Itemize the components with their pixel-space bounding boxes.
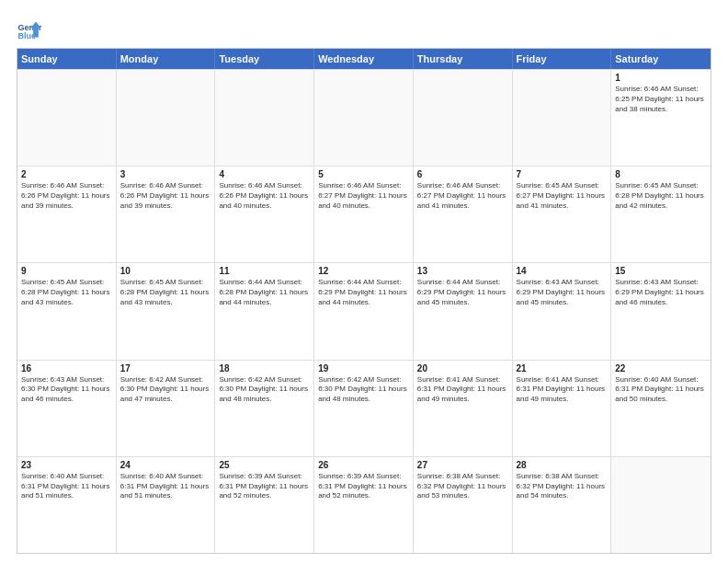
day-number: 17 xyxy=(120,363,211,373)
day-number: 13 xyxy=(417,266,508,276)
day-number: 16 xyxy=(21,363,112,373)
calendar-header-cell: Tuesday xyxy=(215,49,314,69)
calendar-row: 16Sunrise: 6:43 AM Sunset: 6:30 PM Dayli… xyxy=(17,360,711,456)
day-info: Sunrise: 6:41 AM Sunset: 6:31 PM Dayligh… xyxy=(417,375,508,405)
calendar-row: 1Sunrise: 6:46 AM Sunset: 6:25 PM Daylig… xyxy=(17,69,711,166)
day-info: Sunrise: 6:46 AM Sunset: 6:25 PM Dayligh… xyxy=(615,85,707,114)
calendar-cell: 19Sunrise: 6:42 AM Sunset: 6:30 PM Dayli… xyxy=(314,361,414,456)
day-number: 1 xyxy=(615,73,707,83)
calendar-cell: 5Sunrise: 6:46 AM Sunset: 6:27 PM Daylig… xyxy=(314,167,414,262)
header: General Blue xyxy=(17,17,711,42)
calendar-cell: 15Sunrise: 6:43 AM Sunset: 6:29 PM Dayli… xyxy=(611,263,711,359)
day-info: Sunrise: 6:46 AM Sunset: 6:27 PM Dayligh… xyxy=(417,181,508,211)
calendar-cell: 16Sunrise: 6:43 AM Sunset: 6:30 PM Dayli… xyxy=(17,361,117,456)
calendar-header-cell: Wednesday xyxy=(314,49,414,69)
calendar-body: 1Sunrise: 6:46 AM Sunset: 6:25 PM Daylig… xyxy=(17,69,711,553)
calendar-row: 2Sunrise: 6:46 AM Sunset: 6:26 PM Daylig… xyxy=(17,166,711,262)
calendar-cell: 20Sunrise: 6:41 AM Sunset: 6:31 PM Dayli… xyxy=(414,361,513,456)
day-number: 3 xyxy=(120,169,211,179)
day-number: 20 xyxy=(417,363,508,373)
logo-icon: General Blue xyxy=(17,17,42,42)
day-number: 21 xyxy=(517,363,608,373)
day-info: Sunrise: 6:45 AM Sunset: 6:28 PM Dayligh… xyxy=(21,278,112,307)
calendar-row: 9Sunrise: 6:45 AM Sunset: 6:28 PM Daylig… xyxy=(17,262,711,359)
calendar-cell: 2Sunrise: 6:46 AM Sunset: 6:26 PM Daylig… xyxy=(17,167,117,262)
day-number: 27 xyxy=(417,460,508,470)
day-number: 22 xyxy=(615,363,707,373)
day-number: 10 xyxy=(120,266,211,276)
day-number: 4 xyxy=(219,169,310,179)
day-info: Sunrise: 6:45 AM Sunset: 6:27 PM Dayligh… xyxy=(517,181,608,211)
calendar-cell: 13Sunrise: 6:44 AM Sunset: 6:29 PM Dayli… xyxy=(414,263,513,359)
day-info: Sunrise: 6:44 AM Sunset: 6:29 PM Dayligh… xyxy=(417,278,508,307)
day-info: Sunrise: 6:38 AM Sunset: 6:32 PM Dayligh… xyxy=(417,472,508,501)
day-number: 9 xyxy=(21,266,112,276)
calendar-cell: 8Sunrise: 6:45 AM Sunset: 6:28 PM Daylig… xyxy=(611,167,711,262)
day-info: Sunrise: 6:38 AM Sunset: 6:32 PM Dayligh… xyxy=(517,472,608,501)
day-info: Sunrise: 6:43 AM Sunset: 6:29 PM Dayligh… xyxy=(517,278,608,307)
day-number: 24 xyxy=(120,460,211,470)
day-number: 11 xyxy=(219,266,310,276)
calendar-cell xyxy=(17,70,117,166)
svg-text:Blue: Blue xyxy=(17,31,36,40)
day-info: Sunrise: 6:46 AM Sunset: 6:27 PM Dayligh… xyxy=(318,181,409,211)
calendar-cell: 28Sunrise: 6:38 AM Sunset: 6:32 PM Dayli… xyxy=(513,457,612,553)
calendar-cell xyxy=(513,70,612,166)
calendar-header-cell: Saturday xyxy=(611,49,711,69)
calendar-cell: 22Sunrise: 6:40 AM Sunset: 6:31 PM Dayli… xyxy=(611,361,711,456)
day-number: 26 xyxy=(318,460,409,470)
calendar-cell xyxy=(215,70,314,166)
logo: General Blue xyxy=(17,17,42,42)
day-info: Sunrise: 6:46 AM Sunset: 6:26 PM Dayligh… xyxy=(120,181,211,211)
page: General Blue SundayMondayTuesdayWednesda… xyxy=(0,0,728,563)
calendar-cell xyxy=(611,457,711,553)
calendar-cell: 24Sunrise: 6:40 AM Sunset: 6:31 PM Dayli… xyxy=(117,457,216,553)
calendar-header-cell: Sunday xyxy=(17,49,117,69)
day-number: 18 xyxy=(219,363,310,373)
day-number: 2 xyxy=(21,169,112,179)
day-info: Sunrise: 6:42 AM Sunset: 6:30 PM Dayligh… xyxy=(120,375,211,405)
calendar-cell: 11Sunrise: 6:44 AM Sunset: 6:28 PM Dayli… xyxy=(215,263,314,359)
day-number: 28 xyxy=(517,460,608,470)
day-info: Sunrise: 6:40 AM Sunset: 6:31 PM Dayligh… xyxy=(120,472,211,501)
day-info: Sunrise: 6:40 AM Sunset: 6:31 PM Dayligh… xyxy=(615,375,707,405)
calendar-cell: 21Sunrise: 6:41 AM Sunset: 6:31 PM Dayli… xyxy=(513,361,612,456)
day-number: 12 xyxy=(318,266,409,276)
day-info: Sunrise: 6:45 AM Sunset: 6:28 PM Dayligh… xyxy=(120,278,211,307)
day-number: 14 xyxy=(517,266,608,276)
calendar-cell: 10Sunrise: 6:45 AM Sunset: 6:28 PM Dayli… xyxy=(117,263,216,359)
day-number: 23 xyxy=(21,460,112,470)
day-info: Sunrise: 6:42 AM Sunset: 6:30 PM Dayligh… xyxy=(318,375,409,405)
day-info: Sunrise: 6:46 AM Sunset: 6:26 PM Dayligh… xyxy=(219,181,310,211)
day-info: Sunrise: 6:44 AM Sunset: 6:29 PM Dayligh… xyxy=(318,278,409,307)
day-info: Sunrise: 6:45 AM Sunset: 6:28 PM Dayligh… xyxy=(615,181,707,211)
day-info: Sunrise: 6:41 AM Sunset: 6:31 PM Dayligh… xyxy=(517,375,608,405)
calendar-row: 23Sunrise: 6:40 AM Sunset: 6:31 PM Dayli… xyxy=(17,456,711,553)
calendar-cell xyxy=(314,70,414,166)
calendar-cell: 3Sunrise: 6:46 AM Sunset: 6:26 PM Daylig… xyxy=(117,167,216,262)
calendar-cell: 12Sunrise: 6:44 AM Sunset: 6:29 PM Dayli… xyxy=(314,263,414,359)
calendar-cell: 6Sunrise: 6:46 AM Sunset: 6:27 PM Daylig… xyxy=(414,167,513,262)
day-number: 15 xyxy=(615,266,707,276)
calendar-cell: 7Sunrise: 6:45 AM Sunset: 6:27 PM Daylig… xyxy=(513,167,612,262)
calendar-cell: 1Sunrise: 6:46 AM Sunset: 6:25 PM Daylig… xyxy=(611,70,711,166)
day-number: 8 xyxy=(615,169,707,179)
day-info: Sunrise: 6:44 AM Sunset: 6:28 PM Dayligh… xyxy=(219,278,310,307)
calendar-cell: 4Sunrise: 6:46 AM Sunset: 6:26 PM Daylig… xyxy=(215,167,314,262)
calendar-cell: 26Sunrise: 6:39 AM Sunset: 6:31 PM Dayli… xyxy=(314,457,414,553)
calendar-cell: 9Sunrise: 6:45 AM Sunset: 6:28 PM Daylig… xyxy=(17,263,117,359)
day-number: 5 xyxy=(318,169,409,179)
calendar-cell: 23Sunrise: 6:40 AM Sunset: 6:31 PM Dayli… xyxy=(17,457,117,553)
calendar-header: SundayMondayTuesdayWednesdayThursdayFrid… xyxy=(17,49,711,69)
day-info: Sunrise: 6:39 AM Sunset: 6:31 PM Dayligh… xyxy=(318,472,409,501)
day-info: Sunrise: 6:39 AM Sunset: 6:31 PM Dayligh… xyxy=(219,472,310,501)
day-info: Sunrise: 6:43 AM Sunset: 6:30 PM Dayligh… xyxy=(21,375,112,405)
calendar: SundayMondayTuesdayWednesdayThursdayFrid… xyxy=(17,48,711,554)
day-info: Sunrise: 6:43 AM Sunset: 6:29 PM Dayligh… xyxy=(615,278,707,307)
day-number: 6 xyxy=(417,169,508,179)
day-number: 7 xyxy=(517,169,608,179)
calendar-header-cell: Thursday xyxy=(414,49,513,69)
calendar-header-cell: Monday xyxy=(117,49,216,69)
calendar-cell: 17Sunrise: 6:42 AM Sunset: 6:30 PM Dayli… xyxy=(117,361,216,456)
calendar-cell: 25Sunrise: 6:39 AM Sunset: 6:31 PM Dayli… xyxy=(215,457,314,553)
